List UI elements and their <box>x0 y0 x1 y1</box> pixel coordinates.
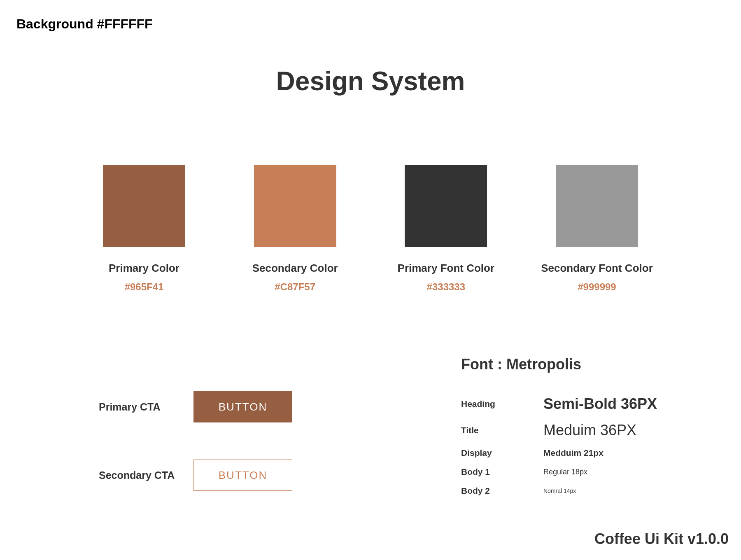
swatch-hex: #999999 <box>578 281 616 293</box>
typo-value: Nomral 14px <box>543 488 576 494</box>
typo-row-body2: Body 2 Nomral 14px <box>461 486 657 496</box>
typo-row-body1: Body 1 Regular 18px <box>461 467 657 477</box>
swatch-label: Secondary Font Color <box>541 262 653 275</box>
swatch-box-primary-font <box>405 165 487 247</box>
typo-key: Body 1 <box>461 467 543 477</box>
swatch-hex: #333333 <box>427 281 465 293</box>
cta-section: Primary CTA BUTTON Secondary CTA BUTTON <box>99 391 292 491</box>
cta-row-primary: Primary CTA BUTTON <box>99 391 292 422</box>
swatch-label: Primary Color <box>109 262 179 275</box>
cta-row-secondary: Secondary CTA BUTTON <box>99 460 292 491</box>
swatch-secondary-color: Secondary Color #C87F57 <box>233 165 357 293</box>
swatch-primary-font-color: Primary Font Color #333333 <box>384 165 508 293</box>
swatch-box-primary <box>103 165 185 247</box>
typo-value: Semi-Bold 36PX <box>543 395 657 413</box>
typo-row-title: Title Meduim 36PX <box>461 422 657 439</box>
typo-value: Meduim 36PX <box>543 422 636 439</box>
page-title: Design System <box>0 66 741 96</box>
typo-key: Display <box>461 448 543 458</box>
swatch-secondary-font-color: Secondary Font Color #999999 <box>535 165 659 293</box>
swatch-label: Primary Font Color <box>398 262 494 275</box>
swatch-box-secondary-font <box>556 165 638 247</box>
background-label: Background #FFFFFF <box>16 16 153 32</box>
swatch-label: Secondary Color <box>252 262 338 275</box>
swatch-row: Primary Color #965F41 Secondary Color #C… <box>82 165 659 293</box>
primary-cta-button[interactable]: BUTTON <box>193 391 292 422</box>
typo-key: Title <box>461 425 543 435</box>
typo-row-heading: Heading Semi-Bold 36PX <box>461 395 657 413</box>
footer-version: Coffee Ui Kit v1.0.0 <box>594 530 729 548</box>
swatch-primary-color: Primary Color #965F41 <box>82 165 206 293</box>
swatch-box-secondary <box>254 165 336 247</box>
cta-label-secondary: Secondary CTA <box>99 469 193 481</box>
typo-key: Body 2 <box>461 486 543 496</box>
typography-section: Font : Metropolis Heading Semi-Bold 36PX… <box>461 356 657 505</box>
typo-value: Regular 18px <box>543 468 587 476</box>
typo-row-display: Display Medduim 21px <box>461 448 657 458</box>
typography-rows: Heading Semi-Bold 36PX Title Meduim 36PX… <box>461 395 657 505</box>
swatch-hex: #C87F57 <box>275 281 315 293</box>
typo-key: Heading <box>461 399 543 409</box>
font-heading: Font : Metropolis <box>461 356 657 373</box>
swatch-hex: #965F41 <box>125 281 164 293</box>
secondary-cta-button[interactable]: BUTTON <box>193 460 292 491</box>
typo-value: Medduim 21px <box>543 448 604 458</box>
cta-label-primary: Primary CTA <box>99 401 193 413</box>
